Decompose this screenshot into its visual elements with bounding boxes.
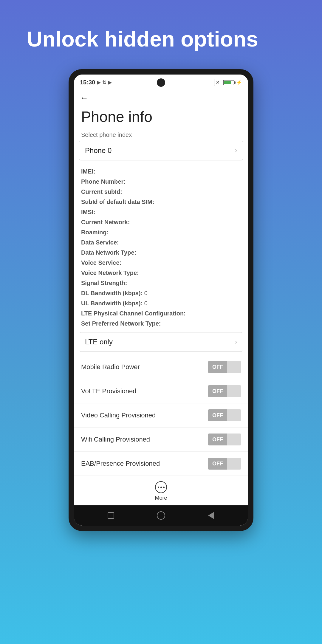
three-dots-icon bbox=[158, 487, 165, 488]
info-data-network-type: Data Network Type: bbox=[81, 247, 241, 258]
dot-3 bbox=[163, 487, 165, 488]
info-section: IMEI: Phone Number: Current subId: SubId… bbox=[74, 163, 248, 330]
info-preferred-network-label: Set Preferred Network Type: bbox=[81, 318, 241, 329]
status-icon-3: ▶ bbox=[108, 80, 112, 85]
info-imei: IMEI: bbox=[81, 166, 241, 177]
volte-toggle[interactable]: OFF bbox=[208, 385, 241, 397]
nav-home-icon bbox=[157, 511, 165, 520]
android-nav-bar bbox=[74, 505, 248, 526]
video-calling-state: OFF bbox=[208, 409, 227, 421]
preferred-network-value: LTE only bbox=[85, 338, 113, 346]
toggle-mobile-radio: Mobile Radio Power OFF bbox=[74, 355, 248, 379]
info-data-service: Data Service: bbox=[81, 237, 241, 247]
info-phone-number: Phone Number: bbox=[81, 177, 241, 187]
mobile-radio-label: Mobile Radio Power bbox=[81, 363, 140, 371]
video-calling-toggle[interactable]: OFF bbox=[208, 409, 241, 421]
dl-bandwidth-value: 0 bbox=[144, 290, 148, 296]
more-label: More bbox=[155, 495, 167, 501]
phone-frame: 15:30 ▶ ⇅ ▶ ✕ ⚡ ← Phone info bbox=[69, 69, 253, 531]
info-dl-bandwidth: DL Bandwidth (kbps): 0 bbox=[81, 288, 241, 298]
status-right-icons: ✕ ⚡ bbox=[214, 79, 242, 86]
phone-index-value: Phone 0 bbox=[85, 146, 112, 155]
info-signal-strength: Signal Strength: bbox=[81, 278, 241, 288]
eab-toggle[interactable]: OFF bbox=[208, 458, 241, 470]
nav-recents-icon bbox=[108, 512, 114, 519]
info-current-network: Current Network: bbox=[81, 217, 241, 227]
dot-2 bbox=[160, 487, 162, 488]
status-icon-2: ⇅ bbox=[102, 80, 106, 85]
toggle-video-calling: Video Calling Provisioned OFF bbox=[74, 403, 248, 427]
status-time-area: 15:30 ▶ ⇅ ▶ bbox=[80, 79, 112, 86]
video-calling-label: Video Calling Provisioned bbox=[81, 411, 156, 419]
preferred-network-selector[interactable]: LTE only › bbox=[79, 332, 243, 352]
battery-icon bbox=[223, 80, 234, 85]
toggle-wifi-calling: Wifi Calling Provisioned OFF bbox=[74, 427, 248, 451]
camera-dot bbox=[157, 78, 165, 87]
wifi-calling-state: OFF bbox=[208, 434, 227, 445]
info-voice-service: Voice Service: bbox=[81, 258, 241, 268]
mobile-radio-state: OFF bbox=[208, 361, 227, 373]
status-icon-1: ▶ bbox=[97, 80, 100, 85]
charging-icon: ⚡ bbox=[236, 80, 242, 85]
status-screen-icon: ✕ bbox=[214, 79, 221, 86]
info-lte-channel: LTE Physical Channel Configuration: bbox=[81, 308, 241, 318]
toggle-spacer-3 bbox=[227, 409, 241, 421]
back-button[interactable]: ← bbox=[80, 93, 88, 103]
info-voice-network-type: Voice Network Type: bbox=[81, 268, 241, 278]
ul-bandwidth-value: 0 bbox=[144, 300, 148, 306]
info-subid-default: SubId of default data SIM: bbox=[81, 197, 241, 207]
app-content: ← Phone info Select phone index Phone 0 … bbox=[74, 89, 248, 505]
volte-state: OFF bbox=[208, 385, 227, 397]
screen-title: Phone info bbox=[74, 105, 248, 131]
more-button[interactable] bbox=[155, 481, 167, 493]
toggle-spacer-1 bbox=[227, 361, 241, 373]
nav-home-button[interactable] bbox=[156, 511, 166, 520]
preferred-network-chevron-icon: › bbox=[235, 338, 237, 346]
toggle-volte: VoLTE Provisioned OFF bbox=[74, 379, 248, 403]
info-ul-bandwidth: UL Bandwidth (kbps): 0 bbox=[81, 298, 241, 308]
nav-back-icon bbox=[208, 512, 214, 519]
toggle-eab: EAB/Presence Provisioned OFF bbox=[74, 451, 248, 476]
page-header-title: Unlock hidden options bbox=[27, 0, 295, 69]
toggle-spacer-2 bbox=[227, 385, 241, 397]
status-time: 15:30 bbox=[80, 79, 95, 86]
info-imsi: IMSI: bbox=[81, 207, 241, 217]
toolbar: ← bbox=[74, 89, 248, 105]
phone-index-selector[interactable]: Phone 0 › bbox=[79, 141, 243, 160]
wifi-calling-toggle[interactable]: OFF bbox=[208, 434, 241, 445]
status-bar: 15:30 ▶ ⇅ ▶ ✕ ⚡ bbox=[74, 75, 248, 89]
dot-1 bbox=[158, 487, 159, 488]
volte-label: VoLTE Provisioned bbox=[81, 387, 136, 395]
nav-back-button[interactable] bbox=[206, 511, 216, 520]
toggle-spacer-4 bbox=[227, 434, 241, 445]
status-camera bbox=[157, 78, 165, 87]
nav-recents-button[interactable] bbox=[106, 511, 116, 520]
eab-state: OFF bbox=[208, 458, 227, 470]
wifi-calling-label: Wifi Calling Provisioned bbox=[81, 436, 150, 443]
info-roaming: Roaming: bbox=[81, 227, 241, 237]
toggle-spacer-5 bbox=[227, 458, 241, 470]
phone-index-label: Select phone index bbox=[74, 131, 248, 141]
phone-screen: 15:30 ▶ ⇅ ▶ ✕ ⚡ ← Phone info bbox=[74, 75, 248, 526]
eab-label: EAB/Presence Provisioned bbox=[81, 460, 160, 467]
info-current-subid: Current subId: bbox=[81, 187, 241, 197]
chevron-right-icon: › bbox=[235, 147, 237, 154]
mobile-radio-toggle[interactable]: OFF bbox=[208, 361, 241, 373]
bottom-bar: More bbox=[74, 476, 248, 505]
battery-fill bbox=[224, 81, 231, 84]
